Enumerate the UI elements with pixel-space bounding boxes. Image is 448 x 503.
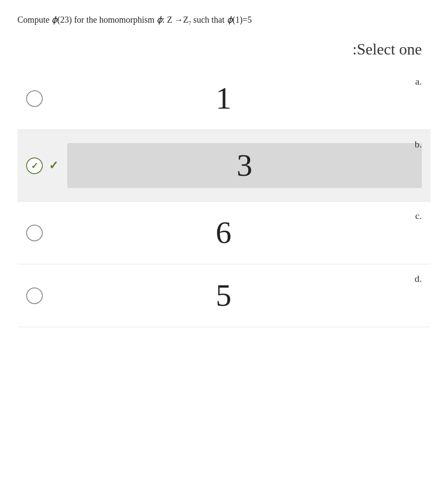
option-c-value: 6 [51, 215, 422, 251]
question-text: Compute ϕ(23) for the homomorphism ϕ: Z … [17, 13, 431, 27]
option-b-radio-area: ✓ [26, 157, 58, 174]
option-a-value: 1 [51, 80, 422, 116]
page-container: Compute ϕ(23) for the homomorphism ϕ: Z … [0, 0, 448, 503]
option-b-radio[interactable] [26, 157, 43, 174]
option-d-row[interactable]: 5 d. [17, 264, 431, 327]
option-c-radio-area [26, 225, 43, 241]
option-a-row[interactable]: 1 a. [17, 67, 431, 130]
option-c-value-wrapper: 6 [51, 215, 422, 251]
option-a-letter: a. [415, 76, 422, 87]
option-c-letter: c. [415, 210, 422, 222]
option-d-radio[interactable] [26, 287, 43, 304]
option-d-value-wrapper: 5 [51, 277, 422, 314]
option-d-value: 5 [51, 277, 422, 314]
option-c-row[interactable]: 6 c. [17, 202, 431, 264]
option-b-value-wrapper: 3 [67, 143, 422, 188]
select-one-label: :Select one [17, 40, 431, 58]
option-d-letter: d. [415, 273, 422, 284]
option-d-radio-area [26, 287, 43, 304]
option-a-value-wrapper: 1 [51, 80, 422, 116]
option-b-letter: b. [415, 139, 422, 150]
option-a-radio-area [26, 90, 43, 107]
option-b-value: 3 [67, 143, 422, 188]
option-a-radio[interactable] [26, 90, 43, 107]
option-b-row[interactable]: ✓ 3 b. [17, 130, 431, 202]
options-container: 1 a. ✓ 3 b. 6 c. [17, 67, 431, 327]
option-c-radio[interactable] [26, 225, 43, 241]
check-icon: ✓ [49, 159, 58, 172]
